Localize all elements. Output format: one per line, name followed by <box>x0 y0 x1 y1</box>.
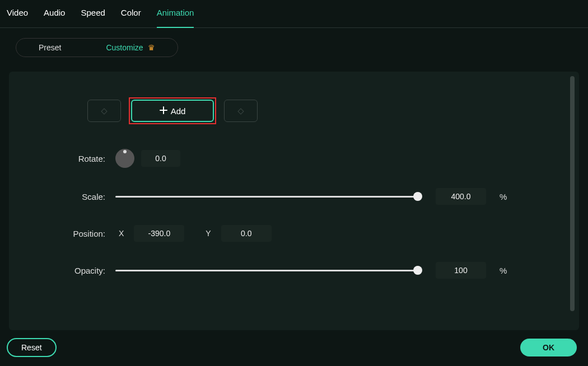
position-x-input[interactable]: -390.0 <box>134 225 184 242</box>
tab-color[interactable]: Color <box>121 8 141 22</box>
next-keyframe-button[interactable] <box>224 100 258 122</box>
footer: Reset OK <box>0 330 588 366</box>
next-keyframe-icon <box>239 107 243 115</box>
scale-slider[interactable] <box>115 196 418 198</box>
main-tabs: Video Audio Speed Color Animation <box>0 0 588 28</box>
opacity-value-input[interactable]: 100 <box>436 262 486 279</box>
subtab-preset[interactable]: Preset <box>16 39 83 57</box>
rotate-value-input[interactable]: 0.0 <box>141 150 180 167</box>
opacity-slider[interactable] <box>115 270 418 271</box>
scale-slider-thumb[interactable] <box>413 192 422 201</box>
tab-video[interactable]: Video <box>7 8 28 22</box>
rotate-row: Rotate: 0.0 <box>43 149 545 168</box>
subtab-customize[interactable]: Customize ♛ <box>83 39 177 57</box>
opacity-unit: % <box>500 266 507 275</box>
rotate-knob[interactable] <box>115 149 134 168</box>
subtab-customize-label: Customize <box>106 43 143 52</box>
position-row: Position: X -390.0 Y 0.0 <box>43 225 545 242</box>
position-label: Position: <box>43 229 115 238</box>
crown-icon: ♛ <box>148 43 155 52</box>
content-area: Add Rotate: 0.0 Scale: 400.0 % <box>0 67 588 330</box>
scale-row: Scale: 400.0 % <box>43 188 545 205</box>
scale-unit: % <box>500 192 507 201</box>
opacity-slider-thumb[interactable] <box>413 266 422 275</box>
sub-tabs-row: Preset Customize ♛ <box>0 28 588 67</box>
ok-button[interactable]: OK <box>520 339 577 356</box>
position-y-input[interactable]: 0.0 <box>221 225 272 242</box>
prev-keyframe-button[interactable] <box>87 100 121 122</box>
segmented-control: Preset Customize ♛ <box>16 38 178 57</box>
scale-label: Scale: <box>43 192 115 201</box>
rotate-label: Rotate: <box>43 154 115 163</box>
plus-icon <box>160 106 167 116</box>
tab-speed[interactable]: Speed <box>81 8 105 22</box>
add-keyframe-button[interactable]: Add <box>131 100 214 122</box>
prev-keyframe-icon <box>102 107 106 115</box>
position-x-label: X <box>115 229 127 238</box>
tab-animation[interactable]: Animation <box>157 8 194 22</box>
opacity-row: Opacity: 100 % <box>43 262 545 279</box>
add-highlight-box: Add <box>129 97 216 124</box>
reset-button[interactable]: Reset <box>7 338 57 357</box>
position-y-label: Y <box>202 229 214 238</box>
content-panel: Add Rotate: 0.0 Scale: 400.0 % <box>9 72 579 330</box>
opacity-label: Opacity: <box>43 266 115 275</box>
scale-value-input[interactable]: 400.0 <box>436 188 486 205</box>
scrollbar[interactable] <box>570 76 575 311</box>
tab-audio[interactable]: Audio <box>44 8 65 22</box>
keyframe-row: Add <box>87 97 545 124</box>
add-label: Add <box>171 106 186 116</box>
